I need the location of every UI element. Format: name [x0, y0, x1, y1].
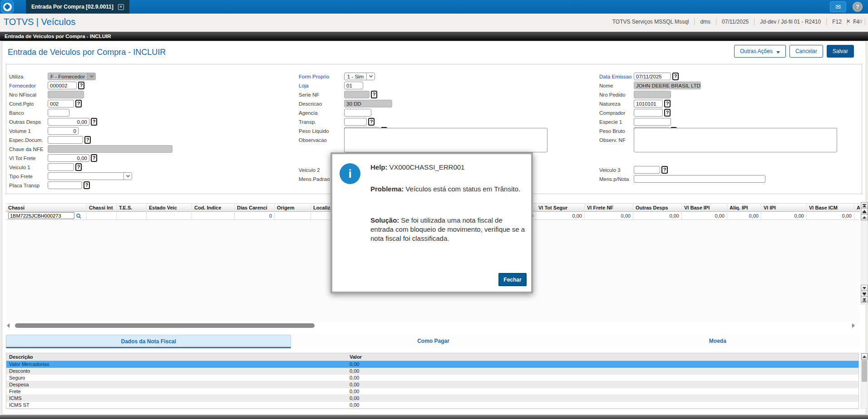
field-help-button[interactable]: ? — [368, 118, 375, 126]
status-item[interactable]: 07/11/2025 — [716, 18, 755, 25]
field-input[interactable] — [48, 172, 132, 180]
mail-icon[interactable]: ✉ — [830, 1, 846, 12]
tab[interactable]: Como Pagar — [291, 335, 575, 348]
grid-cell[interactable] — [87, 212, 116, 220]
grid-cell[interactable]: 0,00 — [727, 212, 761, 220]
field-input[interactable] — [634, 109, 663, 117]
grid-cell[interactable]: 0,00 — [807, 212, 854, 220]
grid-last-row-button[interactable] — [861, 297, 868, 303]
grid-cell[interactable] — [117, 212, 146, 220]
field-help-button[interactable]: ? — [664, 109, 671, 117]
field-input[interactable] — [344, 118, 367, 126]
field-input[interactable]: JOHN DEERE BRASIL LTDA — [634, 82, 701, 89]
field-input[interactable]: F - Fornecedor — [48, 73, 96, 80]
search-magnifier-icon[interactable] — [76, 214, 80, 218]
field-input[interactable] — [48, 163, 74, 171]
field-help-button[interactable]: ? — [664, 100, 671, 107]
tab[interactable]: Dados da Nota Fiscal — [6, 335, 291, 348]
table-row[interactable]: Seguro 0,00 — [6, 375, 858, 381]
tab[interactable]: Moeda — [576, 335, 860, 348]
totals-scroll-up-button[interactable] — [861, 353, 868, 360]
grid-cell[interactable]: 0,00 — [633, 212, 681, 220]
status-item[interactable]: Jd-dev / Jd-fil 01 - R2410 — [755, 18, 827, 25]
scrollbar-thumb[interactable] — [862, 360, 867, 382]
field-input[interactable]: 0,00 — [48, 154, 89, 162]
field-input[interactable]: 01 — [344, 82, 363, 89]
field-input[interactable] — [48, 145, 173, 153]
field-input[interactable] — [634, 175, 765, 183]
table-row[interactable]: Frete 0,00 — [6, 388, 858, 395]
field-input[interactable] — [634, 166, 660, 174]
field-help-button[interactable]: ? — [672, 73, 679, 80]
grid-cell[interactable]: 0,00 — [854, 212, 860, 220]
field-input[interactable] — [48, 136, 83, 144]
fechar-button[interactable]: Fechar — [498, 273, 527, 286]
field-input[interactable] — [634, 118, 671, 126]
status-item[interactable]: dms — [695, 18, 716, 25]
field-help-button[interactable]: ? — [78, 82, 84, 89]
window-tab[interactable]: Entrada Por Compra [02.9.0011] ✕ — [26, 0, 129, 14]
field-help-button[interactable]: ? — [371, 91, 377, 98]
field-input[interactable] — [344, 91, 370, 98]
grid-cell[interactable]: 0,00 — [585, 212, 633, 220]
field-input[interactable] — [48, 181, 82, 189]
form-field-row: Placa Transp ? — [9, 181, 90, 189]
field-input[interactable]: 1010101 — [634, 100, 663, 107]
scroll-left-icon[interactable] — [7, 323, 10, 328]
grid-page-up-button[interactable] — [861, 208, 868, 214]
field-help-button[interactable]: ? — [661, 166, 668, 174]
grid-cell[interactable]: 0,00 — [761, 212, 806, 220]
grid-row-down-button[interactable] — [861, 285, 868, 291]
grid-cell[interactable]: 0,00 — [682, 212, 727, 220]
dropdown-arrow[interactable] — [87, 73, 95, 80]
field-input[interactable]: 1 - Sim — [344, 73, 375, 80]
grid-cell[interactable] — [275, 212, 311, 220]
grid-cell[interactable] — [192, 212, 234, 220]
field-input[interactable]: 07/11/2025 — [634, 73, 671, 80]
field-input[interactable] — [634, 91, 671, 98]
table-row[interactable]: Valor Mercadorias 0,00 — [6, 361, 858, 368]
scrollbar-thumb[interactable] — [15, 323, 315, 328]
field-help-button[interactable]: ? — [91, 154, 97, 162]
field-input[interactable] — [634, 128, 837, 152]
field-input[interactable] — [344, 128, 547, 152]
field-help-button[interactable]: ? — [75, 100, 82, 107]
field-input[interactable]: 000002 — [48, 82, 77, 89]
field-input[interactable]: 002 — [48, 100, 74, 107]
salvar-button[interactable]: Salvar — [827, 45, 854, 58]
scroll-right-icon[interactable] — [852, 323, 855, 328]
table-row[interactable]: Desconto 0,00 — [6, 368, 858, 375]
tab-close-icon[interactable]: ✕ — [118, 4, 124, 10]
help-icon[interactable]: ? — [853, 2, 863, 12]
table-row[interactable]: ICMS ST 0,00 — [6, 402, 858, 409]
cancelar-button[interactable]: Cancelar — [789, 45, 823, 58]
table-row[interactable]: Despesa 0,00 — [6, 381, 858, 388]
field-help-button[interactable]: ? — [84, 181, 90, 189]
totals-vertical-scrollbar[interactable] — [861, 353, 868, 409]
field-input[interactable] — [344, 109, 371, 117]
field-help-button[interactable]: ? — [75, 163, 82, 171]
outras-acoes-button[interactable]: Outras Ações — [734, 45, 786, 58]
field-input[interactable] — [48, 109, 69, 117]
grid-cell[interactable] — [147, 212, 192, 220]
field-input[interactable]: 0,00 — [48, 118, 89, 126]
grid-cell[interactable]: 0,00 — [536, 212, 584, 220]
grid-horizontal-scrollbar[interactable] — [6, 322, 851, 329]
field-help-button[interactable]: ? — [91, 118, 97, 126]
field-input[interactable]: 30 DD — [344, 100, 392, 107]
field-input[interactable] — [48, 91, 84, 98]
table-row[interactable]: ICMS 0,00 — [6, 395, 858, 402]
totvs-logo-icon[interactable] — [1, 0, 14, 13]
grid-page-down-button[interactable] — [861, 291, 868, 297]
sair-button[interactable]: ✕ Sair — [840, 18, 865, 24]
field-input[interactable]: 0 — [48, 127, 79, 135]
grid-first-row-button[interactable] — [861, 202, 868, 209]
dropdown-arrow[interactable] — [366, 73, 375, 80]
dropdown-arrow[interactable] — [123, 173, 132, 180]
status-item[interactable]: TOTVS Serviços MSSQL Mssql — [607, 18, 695, 25]
grid-cell[interactable]: 0 — [235, 212, 274, 220]
grid-row-up-button[interactable] — [861, 214, 868, 220]
field-help-button[interactable]: ? — [84, 136, 91, 144]
field-label: Vl Tot Frete — [9, 156, 48, 161]
chassi-input[interactable] — [8, 212, 74, 219]
